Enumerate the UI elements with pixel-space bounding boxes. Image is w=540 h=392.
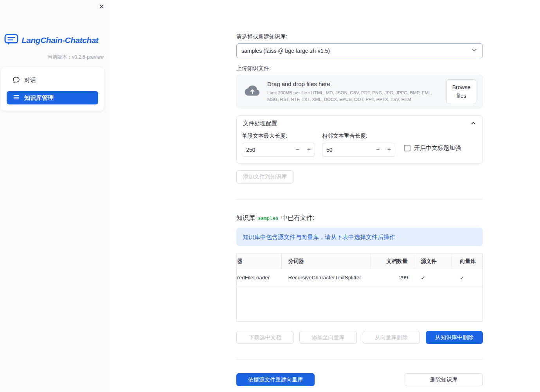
chat-bubble-icon: [13, 76, 20, 84]
sidebar-item-dialogue[interactable]: 对话: [7, 74, 98, 87]
browse-files-button[interactable]: Browse files: [446, 79, 476, 104]
info-banner: 知识库中包含源文件与向量库，请从下表中选择文件后操作: [236, 228, 483, 246]
table-row[interactable]: redFileLoader RecursiveCharacterTextSpli…: [237, 269, 482, 286]
dropzone-limit-text: Limit 200MB per file • HTML, MD, JSON, C…: [267, 90, 440, 102]
delete-from-kb-button[interactable]: 从知识库中删除: [426, 331, 483, 344]
chevron-up-icon: [470, 120, 476, 127]
file-config-expander: 文件处理配置 单段文本最大长度: 250 − + 相邻文本重合长度:: [236, 115, 483, 164]
kb-name-code: samples: [258, 215, 279, 221]
column-header-doc-count[interactable]: 文档数量: [371, 254, 416, 269]
file-config-title: 文件处理配置: [243, 120, 277, 127]
overlap-length-value[interactable]: 50: [322, 147, 372, 153]
kb-files-suffix: 中已有文件:: [281, 214, 314, 222]
max-length-group: 单段文本最大长度: 250 − +: [242, 133, 315, 157]
download-selected-button[interactable]: 下载选中文档: [236, 331, 293, 344]
files-table-header: 器 分词器 文档数量 源文件 向量库: [237, 254, 482, 269]
cell-loader[interactable]: redFileLoader: [237, 275, 282, 281]
kb-select-value: samples (faiss @ bge-large-zh-v1.5): [241, 48, 330, 54]
content-column: 请选择或新建知识库: samples (faiss @ bge-large-zh…: [236, 0, 483, 386]
kb-footer-actions: 依据源文件重建向量库 删除知识库: [236, 373, 483, 386]
delete-from-vector-store-button[interactable]: 从向量库删除: [363, 331, 420, 344]
column-header-vector-store[interactable]: 向量库: [452, 254, 482, 269]
overlap-length-input[interactable]: 50 − +: [322, 143, 395, 157]
zh-title-enhance-label[interactable]: 开启中文标题加强: [414, 144, 461, 152]
max-length-label: 单段文本最大长度:: [242, 133, 315, 140]
dropzone-text: Drag and drop files here Limit 200MB per…: [267, 81, 440, 102]
kb-files-prefix: 知识库: [236, 214, 255, 222]
sidebar-close-icon[interactable]: ×: [99, 2, 104, 12]
cell-doc-count[interactable]: 299: [371, 275, 416, 281]
column-header-source-file[interactable]: 源文件: [416, 254, 452, 269]
column-header-loader[interactable]: 器: [237, 254, 282, 269]
plus-icon[interactable]: +: [303, 146, 315, 153]
add-files-button[interactable]: 添加文件到知识库: [236, 170, 293, 183]
file-config-expander-header[interactable]: 文件处理配置: [237, 116, 482, 131]
sidebar-item-knowledge-base[interactable]: 知识库管理: [7, 91, 98, 104]
column-header-splitter[interactable]: 分词器: [282, 254, 371, 269]
delete-kb-button[interactable]: 删除知识库: [405, 373, 483, 386]
main-area: 请选择或新建知识库: samples (faiss @ bge-large-zh…: [110, 0, 540, 392]
chevron-down-icon: [471, 47, 478, 55]
add-to-vector-store-button[interactable]: 添加至向量库: [299, 331, 356, 344]
max-length-value[interactable]: 250: [242, 147, 292, 153]
divider: [236, 200, 483, 200]
file-dropzone[interactable]: Drag and drop files here Limit 200MB per…: [236, 75, 483, 108]
minus-icon[interactable]: −: [292, 146, 303, 153]
kb-select[interactable]: samples (faiss @ bge-large-zh-v1.5): [236, 43, 483, 58]
rebuild-vector-store-button[interactable]: 依据源文件重建向量库: [236, 373, 315, 386]
dropzone-title: Drag and drop files here: [267, 81, 440, 87]
files-table: 器 分词器 文档数量 源文件 向量库 redFileLoader Recursi…: [236, 254, 483, 322]
app-title: LangChain-Chatchat: [22, 36, 98, 45]
list-icon: [13, 94, 20, 102]
minus-icon[interactable]: −: [372, 146, 383, 153]
version-label: 当前版本：v0.2.6-preview: [47, 54, 104, 61]
divider: [236, 359, 483, 360]
cell-vector-store-check[interactable]: ✓: [452, 275, 482, 281]
cloud-upload-icon: [244, 84, 261, 99]
sidebar-item-label: 知识库管理: [24, 94, 54, 102]
file-config-body: 单段文本最大长度: 250 − + 相邻文本重合长度: 50 − +: [237, 131, 482, 163]
zh-title-enhance-checkbox[interactable]: [404, 145, 410, 151]
sidebar-menu: 对话 知识库管理: [1, 67, 104, 111]
cell-source-file-check[interactable]: ✓: [416, 275, 452, 281]
sidebar: × LangChain-Chatchat 当前版本：v0.2.6-preview…: [0, 0, 110, 392]
sidebar-item-label: 对话: [24, 77, 36, 84]
overlap-length-label: 相邻文本重合长度:: [322, 133, 395, 140]
app-logo: LangChain-Chatchat: [4, 34, 98, 47]
cell-splitter[interactable]: RecursiveCharacterTextSplitter: [282, 275, 371, 281]
kb-select-label: 请选择或新建知识库:: [236, 33, 483, 41]
kb-files-heading: 知识库 samples 中已有文件:: [236, 214, 483, 222]
zh-title-enhance-row: 开启中文标题加强: [404, 144, 461, 152]
max-length-input[interactable]: 250 − +: [242, 143, 315, 157]
plus-icon[interactable]: +: [383, 146, 395, 153]
chat-logo-icon: [4, 34, 18, 47]
overlap-length-group: 相邻文本重合长度: 50 − +: [322, 133, 395, 157]
file-actions-row: 下载选中文档 添加至向量库 从向量库删除 从知识库中删除: [236, 331, 483, 344]
upload-label: 上传知识文件:: [236, 65, 483, 72]
